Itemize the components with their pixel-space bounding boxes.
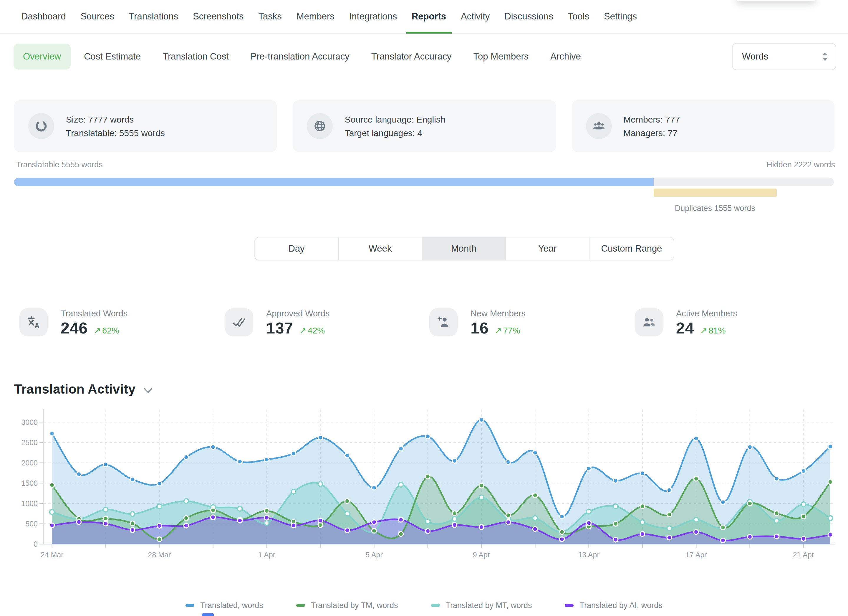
data-point	[264, 509, 269, 513]
data-point	[721, 525, 725, 530]
x-axis-label: 9 Apr	[473, 551, 490, 559]
data-point	[640, 532, 645, 536]
data-point	[103, 462, 108, 467]
stat-delta: ↗77%	[494, 325, 520, 336]
data-point	[828, 444, 833, 449]
section-title: Translation Activity	[14, 382, 135, 397]
data-point	[50, 523, 55, 528]
y-axis-label: 3000	[21, 418, 38, 426]
nav-item-translations[interactable]: Translations	[129, 0, 178, 33]
stat-value: 16	[470, 319, 488, 338]
nav-item-screenshots[interactable]: Screenshots	[193, 0, 243, 33]
stat-delta-value: 42%	[308, 326, 325, 335]
data-point	[694, 530, 698, 534]
data-point	[774, 518, 779, 523]
project-size-line: Size: 7777 words	[66, 112, 165, 126]
stat-label: Approved Words	[266, 309, 329, 318]
data-point	[774, 511, 779, 515]
range-tab-week[interactable]: Week	[338, 237, 422, 260]
data-point	[452, 511, 457, 515]
data-point	[399, 446, 403, 451]
data-point	[694, 476, 698, 481]
active-nav-underline	[406, 31, 451, 33]
legend-marker-icon	[565, 604, 574, 607]
range-tab-day[interactable]: Day	[255, 237, 338, 260]
data-point	[721, 538, 725, 543]
legend-item[interactable]: Translated by MT, words	[431, 601, 532, 610]
subnav-item-top-members[interactable]: Top Members	[473, 51, 529, 62]
data-point	[238, 459, 242, 464]
subnav-item-overview[interactable]: Overview	[13, 44, 70, 70]
data-point	[801, 514, 806, 519]
nav-item-tools[interactable]: Tools	[568, 0, 589, 33]
subnav-item-pretranslation-accuracy[interactable]: Pre-translation Accuracy	[251, 51, 350, 62]
data-point	[425, 519, 430, 524]
data-point	[747, 501, 752, 506]
data-point	[587, 509, 591, 514]
data-point	[559, 537, 564, 542]
summary-cards: Size: 7777 words Translatable: 5555 word…	[14, 100, 835, 152]
chevron-down-icon[interactable]	[144, 385, 153, 396]
stat-label: Active Members	[676, 309, 737, 318]
data-point	[587, 466, 591, 471]
subnav-item-translation-cost[interactable]: Translation Cost	[163, 51, 229, 62]
data-point	[533, 516, 537, 521]
select-arrows-icon	[822, 52, 828, 64]
data-point	[130, 512, 135, 517]
range-tab-custom-range[interactable]: Custom Range	[589, 237, 674, 260]
legend-item[interactable]: Translated by AI, words	[565, 601, 663, 610]
data-point	[130, 521, 135, 526]
data-point	[103, 516, 108, 521]
data-point	[264, 515, 269, 520]
data-point	[828, 516, 833, 521]
subnav-item-translator-accuracy[interactable]: Translator Accuracy	[371, 51, 452, 62]
data-point	[345, 499, 350, 503]
stat-delta-value: 62%	[102, 326, 119, 335]
range-tab-year[interactable]: Year	[505, 237, 589, 260]
range-tab-month[interactable]: Month	[422, 237, 505, 260]
nav-item-members[interactable]: Members	[297, 0, 335, 33]
nav-item-sources[interactable]: Sources	[81, 0, 114, 33]
y-axis-label: 2500	[21, 438, 38, 447]
x-axis-label: 21 Apr	[793, 551, 814, 559]
words-progress-bar	[14, 178, 834, 186]
nav-item-tasks[interactable]: Tasks	[258, 0, 282, 33]
unit-select[interactable]: Words	[732, 43, 836, 70]
approved-words-stat: Approved Words 137 ↗42%	[225, 308, 329, 338]
nav-item-discussions[interactable]: Discussions	[504, 0, 553, 33]
source-language-line: Source language: English	[345, 112, 445, 126]
translatable-words-label: Translatable 5555 words	[16, 160, 103, 169]
data-point	[211, 515, 215, 520]
data-point	[157, 524, 162, 528]
data-point	[372, 520, 376, 524]
data-point	[747, 445, 752, 449]
new-members-stat: New Members 16 ↗77%	[429, 308, 526, 338]
data-point	[667, 488, 672, 492]
data-point	[157, 481, 162, 486]
legend-item[interactable]: Translated, words	[185, 601, 263, 610]
data-point	[640, 520, 645, 524]
hidden-words-label: Hidden 2222 words	[766, 160, 835, 169]
data-point	[667, 535, 672, 540]
nav-item-integrations[interactable]: Integrations	[349, 0, 397, 33]
stat-label: Translated Words	[61, 309, 127, 318]
subnav-item-cost-estimate[interactable]: Cost Estimate	[84, 51, 141, 62]
data-point	[479, 525, 484, 529]
data-point	[50, 431, 55, 436]
nav-item-reports[interactable]: Reports	[412, 0, 446, 33]
data-point	[425, 434, 430, 439]
data-point	[399, 517, 403, 522]
legend-item[interactable]: Translated by TM, words	[296, 601, 398, 610]
nav-item-activity[interactable]: Activity	[461, 0, 490, 33]
y-axis-label: 1500	[21, 479, 38, 487]
nav-item-settings[interactable]: Settings	[604, 0, 637, 33]
x-axis-label: 5 Apr	[365, 551, 382, 559]
stat-value: 246	[61, 319, 88, 338]
data-point	[372, 485, 376, 490]
nav-item-dashboard[interactable]: Dashboard	[21, 0, 66, 33]
data-point	[372, 528, 376, 533]
add-person-icon	[429, 308, 458, 337]
duplicates-bar-segment	[654, 189, 777, 197]
subnav-item-archive[interactable]: Archive	[550, 51, 581, 62]
stat-value: 24	[676, 319, 694, 338]
